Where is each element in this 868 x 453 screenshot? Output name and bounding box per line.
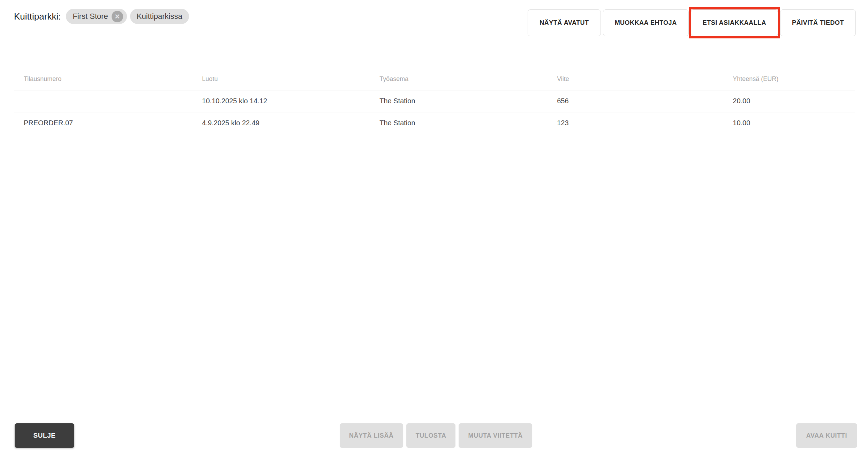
- column-header-luotu: Luotu: [192, 68, 370, 90]
- chip-label: First Store: [73, 12, 108, 21]
- toolbar: NÄYTÄ AVATUT MUOKKAA EHTOJA ETSI ASIAKKA…: [528, 9, 856, 36]
- filter-chips: First Store ✕ Kuittiparkissa: [66, 9, 189, 24]
- highlighted-button-wrap: ETSI ASIAKKAALLA: [691, 9, 778, 36]
- cell-tilausnumero: PREORDER.07: [14, 112, 192, 134]
- nayta-lisaa-button[interactable]: NÄYTÄ LISÄÄ: [340, 423, 403, 448]
- column-header-tyoasema: Työasema: [370, 68, 547, 90]
- chip-remove-icon[interactable]: ✕: [112, 11, 123, 22]
- cell-yhteensa: 10.00: [723, 112, 855, 134]
- cell-tilausnumero: [14, 90, 192, 112]
- cell-tyoasema: The Station: [370, 90, 547, 112]
- footer-center-buttons: NÄYTÄ LISÄÄ TULOSTA MUUTA VIITETTÄ: [340, 423, 532, 448]
- cell-yhteensa: 20.00: [723, 90, 855, 112]
- orders-table: Tilausnumero Luotu Työasema Viite Yhteen…: [14, 68, 855, 134]
- cell-luotu: 10.10.2025 klo 14.12: [192, 90, 370, 112]
- column-header-viite: Viite: [547, 68, 723, 90]
- chip-label: Kuittiparkissa: [137, 12, 182, 21]
- table-row[interactable]: PREORDER.07 4.9.2025 klo 22.49 The Stati…: [14, 112, 855, 134]
- footer-bar: SULJE NÄYTÄ LISÄÄ TULOSTA MUUTA VIITETTÄ…: [15, 423, 857, 448]
- tulosta-button[interactable]: TULOSTA: [406, 423, 456, 448]
- paivita-tiedot-button[interactable]: PÄIVITÄ TIEDOT: [780, 9, 856, 36]
- cell-viite: 656: [547, 90, 723, 112]
- cell-viite: 123: [547, 112, 723, 134]
- filter-bar: Kuittiparkki: First Store ✕ Kuittiparkis…: [14, 9, 189, 24]
- chip-first-store[interactable]: First Store ✕: [66, 9, 127, 24]
- cell-tyoasema: The Station: [370, 112, 547, 134]
- etsi-asiakkaalla-button[interactable]: ETSI ASIAKKAALLA: [691, 9, 778, 36]
- table-row[interactable]: 10.10.2025 klo 14.12 The Station 656 20.…: [14, 90, 855, 112]
- column-header-yhteensa: Yhteensä (EUR): [723, 68, 855, 90]
- kuittiparkki-label: Kuittiparkki:: [14, 11, 61, 22]
- muuta-viitetta-button[interactable]: MUUTA VIITETTÄ: [459, 423, 532, 448]
- cell-luotu: 4.9.2025 klo 22.49: [192, 112, 370, 134]
- avaa-kuitti-button[interactable]: AVAA KUITTI: [796, 423, 857, 448]
- muokkaa-ehtoja-button[interactable]: MUOKKAA EHTOJA: [603, 9, 689, 36]
- column-header-tilausnumero: Tilausnumero: [14, 68, 192, 90]
- sulje-button[interactable]: SULJE: [15, 423, 74, 448]
- table-header-row: Tilausnumero Luotu Työasema Viite Yhteen…: [14, 68, 855, 90]
- chip-kuittiparkissa[interactable]: Kuittiparkissa: [130, 9, 189, 24]
- nayta-avatut-button[interactable]: NÄYTÄ AVATUT: [528, 9, 601, 36]
